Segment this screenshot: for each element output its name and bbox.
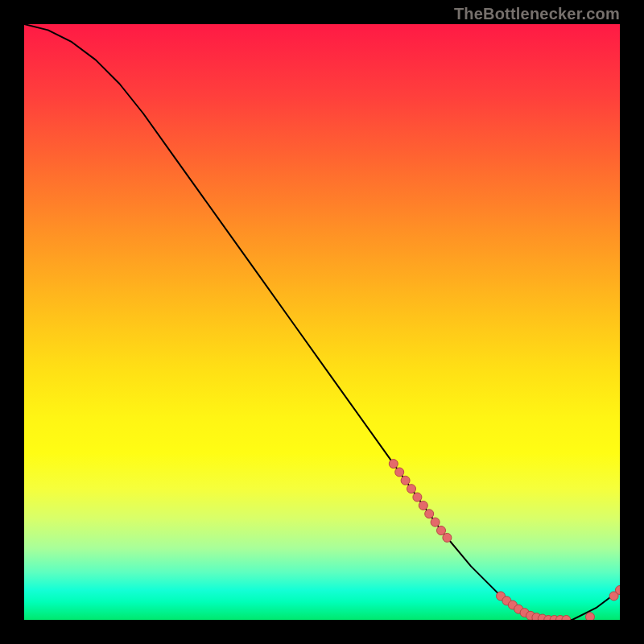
highlight-point: [425, 510, 434, 518]
attribution-label: TheBottlenecker.com: [454, 5, 620, 23]
bottleneck-curve: [24, 24, 620, 620]
highlight-point: [389, 460, 398, 469]
highlight-point: [586, 613, 595, 620]
highlight-point: [431, 518, 440, 526]
chart-overlay: [24, 24, 620, 620]
highlight-point: [437, 526, 446, 535]
highlight-points-group: [389, 460, 620, 620]
chart-stage: TheBottlenecker.com: [0, 0, 644, 644]
highlight-point: [395, 468, 404, 477]
highlight-point: [401, 476, 410, 485]
highlight-point: [443, 533, 452, 542]
highlight-point: [407, 485, 416, 493]
highlight-point: [413, 493, 422, 502]
highlight-point: [419, 501, 427, 510]
